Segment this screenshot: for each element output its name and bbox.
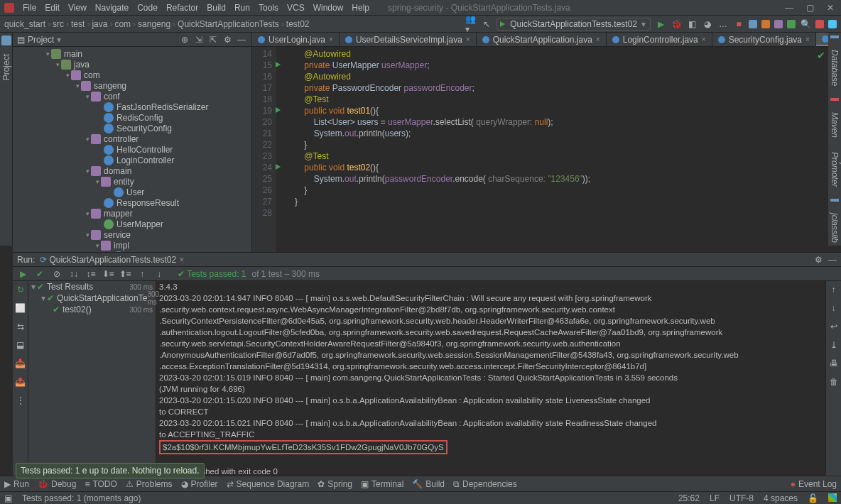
event-log-tab[interactable]: ●Event Log [791,479,837,489]
caret-position[interactable]: 25:62 [678,493,700,503]
close-tab-icon[interactable]: × [329,35,333,43]
code-editor[interactable]: 141516171819202122232425262728 @Autowire… [252,47,828,252]
run-gutter-icon[interactable] [276,107,281,113]
rerun-icon[interactable]: ↻ [15,284,26,295]
bottom-tab-todo[interactable]: ≡TODO [85,479,116,489]
project-header-label[interactable]: Project [28,35,54,45]
menu-navigate[interactable]: Navigate [91,3,133,13]
tree-item[interactable]: HelloController [13,144,251,155]
rerun-icon[interactable]: ▶ [17,268,28,280]
breadcrumb-item[interactable]: test [71,19,85,29]
export-icon[interactable]: 📤 [15,376,26,388]
project-tree[interactable]: ▾main▾java▾com▾sangeng▾confFastJsonRedis… [13,47,251,252]
editor-tab[interactable]: QuickStartApplication.java× [477,33,607,46]
tool-square-icon[interactable] [815,20,824,28]
close-tab-icon[interactable]: × [805,35,810,43]
menu-help[interactable]: Help [347,3,374,13]
test-tree-item[interactable]: ▾✔Test Results300 ms [28,281,156,292]
editor-tab[interactable]: QuickStartApplicationTests.java× [816,33,828,46]
tree-item[interactable]: ▾java [13,59,251,70]
soft-wrap-icon[interactable]: ↩ [828,321,840,332]
editor-tab[interactable]: UserLogin.java× [252,33,340,46]
indent-setting[interactable]: 4 spaces [764,493,798,503]
tree-item[interactable]: FastJsonRedisSerializer [13,102,251,112]
attach-icon[interactable]: … [717,18,729,30]
bottom-tab-problems[interactable]: ⚠Problems [126,479,173,489]
code-content[interactable]: @Autowired private UserMapper userMapper… [288,47,828,252]
breadcrumb-item[interactable]: quick_start [4,19,45,29]
bottom-tab-build[interactable]: 🔨Build [412,479,445,489]
close-tab-icon[interactable]: × [466,35,470,43]
tree-item[interactable]: ▾service [13,229,251,240]
jclasslib-tool-icon[interactable] [830,199,839,202]
close-tab-icon[interactable]: × [596,35,600,43]
show-ignored-icon[interactable]: ⊘ [51,268,63,280]
tool-square-icon[interactable] [749,20,757,28]
menu-refactor[interactable]: Refactor [162,3,202,13]
import-icon[interactable]: 📥 [15,358,26,369]
tree-item[interactable]: ▾domain [13,165,251,176]
tool-square-icon[interactable] [761,20,770,28]
menu-window[interactable]: Window [309,3,348,13]
test-tree-item[interactable]: ▾✔QuickStartApplicationTe300 ms [28,292,156,304]
more-icon[interactable]: ⋮ [15,395,26,406]
prev-icon[interactable]: ↑ [136,268,148,280]
project-tool-icon[interactable] [1,35,11,45]
maven-tool-tab[interactable]: Maven [830,109,840,141]
menu-build[interactable]: Build [202,3,230,13]
jclasslib-tab[interactable]: jclasslib [830,210,840,246]
bottom-tab-spring[interactable]: ✿Spring [318,479,352,489]
bottom-tab-dependencies[interactable]: ⧉Dependencies [453,479,517,489]
stop-test-icon[interactable]: ⬜ [15,302,26,314]
people-icon[interactable]: 👥▾ [465,18,477,30]
print-icon[interactable]: 🖶 [828,358,840,369]
coverage-icon[interactable]: ◧ [686,18,698,30]
stop-icon[interactable]: ■ [733,18,744,30]
expand-icon[interactable]: ⬇≡ [102,268,114,280]
dump-icon[interactable]: ⬓ [15,339,26,351]
file-encoding[interactable]: UTF-8 [729,493,754,503]
tree-item[interactable]: ▾entity [13,176,251,187]
close-tab-icon[interactable]: × [702,35,706,43]
console-output[interactable]: 3.4.32023-03-20 02:01:14.947 INFO 8040 -… [156,281,825,483]
collapse-icon[interactable]: ⬆≡ [119,268,131,280]
run-config-selector[interactable]: QuickStartApplicationTests.test02 ▾ [497,18,651,31]
close-icon[interactable]: ✕ [827,3,834,13]
menu-run[interactable]: Run [230,3,254,13]
scroll-bottom-icon[interactable]: ↓ [828,302,840,314]
tool-square-icon[interactable] [828,20,837,28]
bottom-tab-run[interactable]: ▶Run [4,479,29,489]
run-settings-icon[interactable]: ⚙ [815,255,823,265]
tree-item[interactable]: ▾impl [13,240,251,251]
editor-tab[interactable]: UserDetailsServiceImpl.java× [340,33,477,46]
close-tab-icon[interactable]: × [179,255,184,265]
collapse-all-icon[interactable]: ⇱ [207,34,219,45]
tree-item[interactable]: ▾main [13,48,251,59]
tree-item[interactable]: UserMapper [13,219,251,229]
database-tool-tab[interactable]: Database [830,47,840,89]
breadcrumb-item[interactable]: QuickStartApplicationTests [178,19,279,29]
tree-item[interactable]: ResponseResult [13,197,251,208]
toggle-icon[interactable]: ⇆ [15,321,26,332]
tool-square-icon[interactable] [774,20,783,28]
tree-item[interactable]: RedisConfig [13,112,251,123]
debug-icon[interactable]: 🐞 [671,18,682,30]
menu-view[interactable]: View [64,3,91,13]
search-icon[interactable]: ↖ [481,18,492,30]
scroll-end-icon[interactable]: ⤓ [828,339,840,351]
profile-icon[interactable]: ◕ [702,18,713,30]
bottom-tab-terminal[interactable]: ▣Terminal [361,479,403,489]
hide-icon[interactable]: — [236,34,247,45]
sort-alpha-icon[interactable]: ↕≡ [85,268,97,280]
tree-item[interactable]: ▾mapper [13,208,251,219]
breadcrumb-item[interactable]: sangeng [138,19,170,29]
menu-file[interactable]: File [18,3,40,13]
run-gutter-icon[interactable] [276,62,281,67]
clear-icon[interactable]: 🗑 [828,376,840,388]
bottom-tab-sequence-diagram[interactable]: ⇄Sequence Diagram [227,479,310,489]
line-separator[interactable]: LF [710,493,720,503]
tree-item[interactable]: User [13,187,251,197]
menu-edit[interactable]: Edit [40,3,64,13]
readonly-icon[interactable]: 🔓 [808,493,818,503]
gear-icon[interactable]: ⚙ [222,34,233,45]
